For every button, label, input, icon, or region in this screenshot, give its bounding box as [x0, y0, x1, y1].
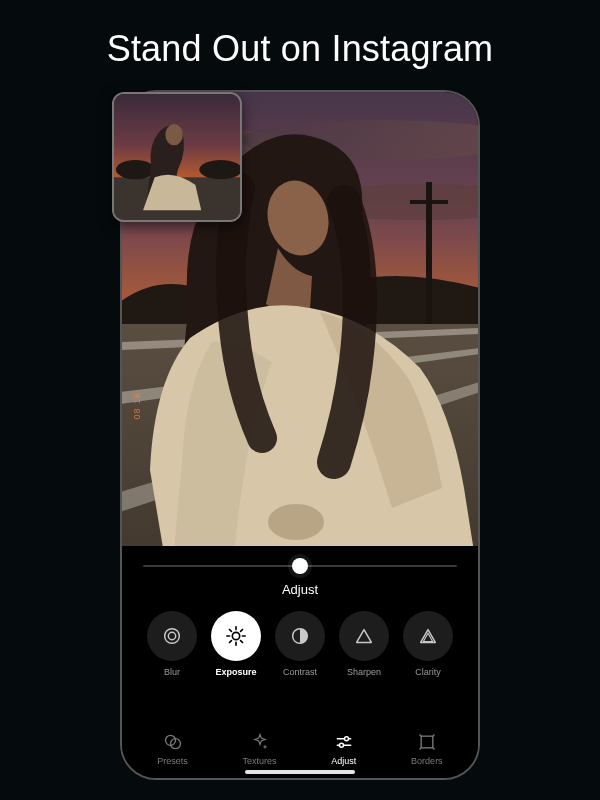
slider-thumb-icon[interactable] — [292, 558, 308, 574]
date-stamp: 08 16 — [132, 392, 142, 420]
tool-label: Blur — [164, 667, 180, 677]
svg-point-19 — [232, 632, 239, 639]
tool-label: Contrast — [283, 667, 317, 677]
home-indicator[interactable] — [245, 770, 355, 774]
tool-sharpen[interactable]: Sharpen — [339, 611, 389, 677]
tab-adjust[interactable]: Adjust — [331, 732, 356, 766]
blur-icon — [161, 625, 183, 647]
svg-rect-9 — [426, 182, 432, 332]
tool-clarity[interactable]: Clarity — [403, 611, 453, 677]
crop-icon — [417, 732, 437, 752]
sparkle-icon — [250, 732, 270, 752]
svg-point-34 — [339, 743, 343, 747]
svg-point-17 — [165, 629, 180, 644]
svg-point-33 — [344, 737, 348, 741]
triangle-outline-icon — [417, 625, 439, 647]
svg-rect-10 — [410, 200, 448, 204]
svg-point-2 — [116, 160, 155, 179]
svg-point-18 — [168, 632, 175, 639]
tab-label: Borders — [411, 756, 443, 766]
tool-label: Sharpen — [347, 667, 381, 677]
sliders-icon — [334, 732, 354, 752]
triangle-icon — [353, 625, 375, 647]
adjust-slider[interactable] — [143, 554, 456, 578]
tab-label: Adjust — [331, 756, 356, 766]
tool-label: Clarity — [415, 667, 441, 677]
headline: Stand Out on Instagram — [107, 28, 494, 70]
svg-rect-35 — [421, 736, 433, 748]
contrast-icon — [289, 625, 311, 647]
tab-textures[interactable]: Textures — [243, 732, 277, 766]
svg-line-26 — [229, 641, 231, 643]
svg-line-25 — [241, 641, 243, 643]
svg-line-27 — [241, 629, 243, 631]
tab-label: Textures — [243, 756, 277, 766]
svg-point-16 — [268, 504, 324, 540]
tab-label: Presets — [157, 756, 188, 766]
svg-point-4 — [165, 124, 182, 145]
editor-panel: Adjust Blur Exposure Contrast — [122, 546, 478, 778]
slider-label: Adjust — [282, 582, 318, 597]
tab-borders[interactable]: Borders — [411, 732, 443, 766]
tool-exposure[interactable]: Exposure — [211, 611, 261, 677]
presets-icon — [163, 732, 183, 752]
svg-point-3 — [199, 160, 240, 179]
tool-label: Exposure — [215, 667, 256, 677]
svg-line-24 — [229, 629, 231, 631]
sun-icon — [225, 625, 247, 647]
tab-presets[interactable]: Presets — [157, 732, 188, 766]
tool-blur[interactable]: Blur — [147, 611, 197, 677]
tool-contrast[interactable]: Contrast — [275, 611, 325, 677]
preview-thumbnail[interactable] — [112, 92, 242, 222]
